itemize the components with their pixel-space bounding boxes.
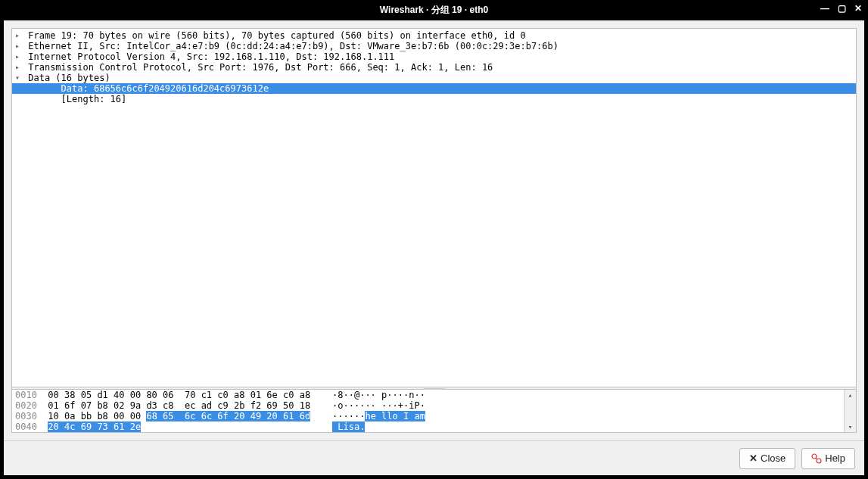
hex-offset: 0040 — [15, 421, 37, 432]
hex-row[interactable]: 0040 20 4c 69 73 61 2e Lisa. — [15, 421, 841, 432]
hex-bytes: 10 0a bb b8 00 00 — [37, 411, 147, 421]
scroll-up-icon[interactable]: ▴ — [845, 390, 856, 400]
panes: ▸ Frame 19: 70 bytes on wire (560 bits),… — [11, 28, 857, 433]
window-title: Wireshark · 分组 19 · eth0 — [380, 4, 488, 17]
dialog-footer: ✕ Close Help — [4, 440, 864, 475]
window-controls: — ▢ ✕ — [820, 3, 863, 14]
detail-row[interactable]: ▸ Ethernet II, Src: IntelCor_a4:e7:b9 (0… — [12, 41, 856, 51]
indent-spacer — [12, 94, 23, 104]
hex-offset: 0010 — [15, 390, 37, 400]
close-icon: ✕ — [749, 453, 758, 464]
detail-row[interactable]: [Length: 16] — [12, 94, 856, 104]
detail-row-text: Data (16 bytes) — [28, 73, 110, 83]
detail-row[interactable]: ▸ Transmission Control Protocol, Src Por… — [12, 62, 856, 73]
hex-bytes-selected: 68 65 6c 6c 6f 20 49 20 61 6d — [146, 411, 310, 421]
detail-row-text: Data: 68656c6c6f204920616d204c6973612e — [61, 83, 269, 94]
hex-bytes — [37, 421, 48, 432]
detail-row-text: Internet Protocol Version 4, Src: 192.16… — [28, 51, 394, 62]
expand-down-icon[interactable]: ▾ — [12, 73, 23, 83]
svg-line-2 — [816, 458, 817, 459]
detail-row[interactable]: ▾ Data (16 bytes) — [12, 73, 856, 83]
detail-row[interactable]: ▸ Frame 19: 70 bytes on wire (560 bits),… — [12, 30, 856, 41]
hex-bytes — [141, 421, 327, 432]
detail-row-text: Ethernet II, Src: IntelCor_a4:e7:b9 (0c:… — [28, 41, 558, 51]
packet-window: ▸ Frame 19: 70 bytes on wire (560 bits),… — [3, 20, 865, 476]
detail-row-text: Transmission Control Protocol, Src Port:… — [28, 62, 493, 73]
help-button-label: Help — [825, 453, 845, 464]
help-button[interactable]: Help — [801, 448, 855, 469]
maximize-button[interactable]: ▢ — [836, 3, 847, 14]
hex-offset: 0030 — [15, 411, 37, 421]
detail-row[interactable]: ▸ Internet Protocol Version 4, Src: 192.… — [12, 51, 856, 62]
expand-right-icon[interactable]: ▸ — [12, 51, 23, 62]
packet-bytes-pane[interactable]: 0010 00 38 05 d1 40 00 80 06 70 c1 c0 a8… — [12, 390, 856, 432]
close-window-button[interactable]: ✕ — [853, 3, 863, 14]
detail-row-text: Frame 19: 70 bytes on wire (560 bits), 7… — [28, 30, 525, 41]
indent-spacer — [12, 83, 23, 94]
hex-bytes: 00 38 05 d1 40 00 80 06 70 c1 c0 a8 01 6… — [37, 390, 327, 400]
hex-row[interactable]: 0010 00 38 05 d1 40 00 80 06 70 c1 c0 a8… — [15, 390, 841, 400]
expand-right-icon[interactable]: ▸ — [12, 62, 23, 73]
close-button[interactable]: ✕ Close — [739, 448, 795, 469]
hex-bytes — [327, 421, 332, 432]
hex-bytes — [310, 411, 327, 421]
hex-row[interactable]: 0020 01 6f 07 b8 02 9a d3 c8 ec ad c9 2b… — [15, 400, 841, 411]
titlebar: Wireshark · 分组 19 · eth0 — ▢ ✕ — [0, 0, 868, 20]
expand-right-icon[interactable]: ▸ — [12, 41, 23, 51]
hex-bytes: 01 6f 07 b8 02 9a d3 c8 ec ad c9 2b f2 6… — [37, 400, 327, 411]
help-icon — [811, 453, 822, 464]
detail-row-text: [Length: 16] — [61, 94, 127, 104]
hex-offset: 0020 — [15, 400, 37, 411]
scroll-down-icon[interactable]: ▾ — [845, 421, 856, 432]
detail-row[interactable]: Data: 68656c6c6f204920616d204c6973612e — [12, 83, 856, 94]
hex-row[interactable]: 0030 10 0a bb b8 00 00 68 65 6c 6c 6f 20… — [15, 411, 841, 421]
close-button-label: Close — [761, 453, 786, 464]
expand-right-icon[interactable]: ▸ — [12, 30, 23, 41]
hex-scrollbar[interactable]: ▴ ▾ — [844, 390, 856, 432]
minimize-button[interactable]: — — [820, 3, 830, 14]
hex-bytes-selected: he llo I am — [365, 411, 425, 421]
hex-bytes-selected: 20 4c 69 73 61 2e — [48, 421, 141, 432]
hex-bytes: ·o······ ···+·iP· — [327, 400, 425, 411]
hex-bytes-selected: Lisa. — [332, 421, 365, 432]
hex-bytes: ······ — [327, 411, 366, 421]
packet-details-pane[interactable]: ▸ Frame 19: 70 bytes on wire (560 bits),… — [12, 29, 856, 387]
hex-bytes: ·8··@··· p····n·· — [327, 390, 425, 400]
